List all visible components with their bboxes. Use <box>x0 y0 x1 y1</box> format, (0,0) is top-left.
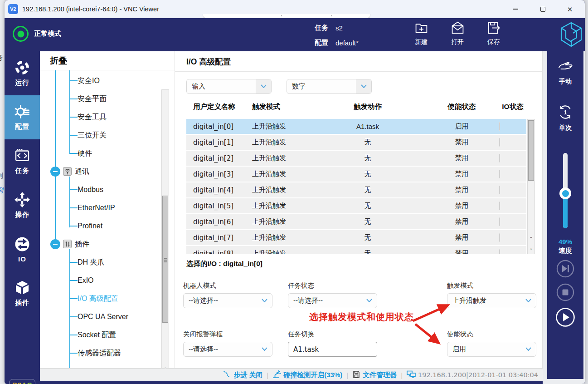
io-state-checkbox[interactable] <box>499 154 500 162</box>
selected-io-label: 选择的I/O : digital_in[0] <box>186 259 262 269</box>
table-row[interactable]: digital_in[2]上升沿触发无禁用 <box>186 151 526 166</box>
table-row[interactable]: digital_in[5]上升沿触发无禁用 <box>186 198 526 213</box>
tree-item-DH 夹爪[interactable]: DH 夹爪 <box>70 257 105 268</box>
form-group-close-alarm: 关闭报警弹框--请选择-- <box>183 330 272 357</box>
tree-scrollbar[interactable]: ⌃ ⌄ <box>161 89 169 368</box>
tree-node-通讯[interactable]: 通讯 <box>40 166 175 177</box>
tree-item-I/O 高级配置[interactable]: I/O 高级配置 <box>70 293 118 304</box>
collapse-icon[interactable] <box>50 239 60 249</box>
step-mode-status[interactable]: 步进 关闭 <box>223 370 262 380</box>
background-fragment: 务 <box>0 54 3 62</box>
io-state-checkbox[interactable] <box>499 138 500 147</box>
io-state-checkbox[interactable] <box>499 122 500 131</box>
column-header: 触发动作 <box>311 102 424 112</box>
topbar-new-file-button[interactable]: 新建 <box>406 20 437 46</box>
tree-item-Socket 配置[interactable]: Socket 配置 <box>70 330 116 340</box>
cell-trigger-action: A1.task <box>311 123 424 130</box>
tree-item-传感器适配器[interactable]: 传感器适配器 <box>70 348 121 359</box>
manual-mode-button[interactable]: 手动 <box>547 58 583 86</box>
sidenav-item-任务[interactable]: 任务 <box>5 139 40 183</box>
topbar-save-button[interactable]: 保存 <box>478 20 509 46</box>
table-row[interactable]: digital_in[8]上升沿触发无禁用 <box>186 246 526 254</box>
cell-name: digital_in[7] <box>186 234 252 242</box>
io-state-checkbox[interactable] <box>499 249 500 254</box>
table-scrollbar[interactable]: ⌃ ⌄ <box>527 119 535 254</box>
field-label: 触发模式 <box>447 281 536 290</box>
code-icon <box>14 148 30 164</box>
background-fragment: 例 <box>0 186 3 195</box>
cell-trigger-mode: 上升沿触发 <box>252 186 311 194</box>
topbar-open-button[interactable]: 打开 <box>442 20 473 46</box>
table-row[interactable]: digital_in[6]上升沿触发无禁用 <box>186 214 526 229</box>
speed-slider-thumb[interactable] <box>559 187 571 199</box>
tree-item-OPC UA Server[interactable]: OPC UA Server <box>70 311 128 322</box>
chevron-down-icon <box>256 79 271 94</box>
tree-collapse-header[interactable]: 折叠 <box>40 51 175 70</box>
action-label: 保存 <box>487 38 500 46</box>
cell-name: digital_in[4] <box>186 186 252 194</box>
tree-item-ExIO[interactable]: ExIO <box>70 275 94 286</box>
table-scroll-down-icon[interactable]: ⌄ <box>528 244 534 252</box>
cube-icon <box>14 280 30 296</box>
tree-item-Modbus[interactable]: Modbus <box>70 184 103 195</box>
tree-item-安全IO[interactable]: 安全IO <box>70 75 100 86</box>
sidenav-item-操作[interactable]: 操作 <box>5 183 40 227</box>
hand-icon <box>557 58 573 75</box>
sidenav-item-运行[interactable]: 运行 <box>5 51 40 95</box>
collapse-icon[interactable] <box>50 167 60 177</box>
chevron-down-icon <box>361 299 377 303</box>
tree-item-EtherNet/IP[interactable]: EtherNet/IP <box>70 202 115 213</box>
sidenav-item-label: 操作 <box>15 211 29 219</box>
step-forward-button[interactable] <box>556 260 574 278</box>
ip-and-time: 192.168.1.200|2012-01-01 03:40:04 <box>418 371 538 379</box>
enable-state-select[interactable]: 启用 <box>447 342 536 357</box>
tree-scroll-up-icon[interactable]: ⌃ <box>162 364 168 368</box>
sidenav-item-IO[interactable]: IO <box>5 227 40 271</box>
table-row[interactable]: digital_in[4]上升沿触发无禁用 <box>186 182 526 197</box>
tree-item-三位开关[interactable]: 三位开关 <box>70 130 107 141</box>
tree-item-安全平面[interactable]: 安全平面 <box>70 94 107 104</box>
io-type-select[interactable]: 数字 <box>287 79 372 94</box>
collision-detect-status[interactable]: 碰撞检测开启(33%) <box>272 370 342 380</box>
io-state-checkbox[interactable] <box>499 186 500 194</box>
io-direction-select[interactable]: 输入 <box>186 79 272 94</box>
cell-enable-state: 禁用 <box>424 249 499 254</box>
sidenav-item-插件[interactable]: 插件 <box>5 271 40 315</box>
minimize-button[interactable] <box>505 0 526 18</box>
tree-item-Profinet[interactable]: Profinet <box>70 221 102 231</box>
task-switch-input[interactable] <box>288 342 377 357</box>
table-row[interactable]: digital_in[3]上升沿触发无禁用 <box>186 167 526 182</box>
io-state-checkbox[interactable] <box>499 170 500 178</box>
cell-enable-state: 禁用 <box>424 170 499 178</box>
table-row[interactable]: digital_in[0]上升沿触发A1.task启用 <box>186 119 526 134</box>
table-scroll-up-icon[interactable]: ⌃ <box>528 234 534 243</box>
trigger-mode-select[interactable]: 上升沿触发 <box>447 293 536 308</box>
vnc-toolbar-notch[interactable] <box>203 14 370 18</box>
tree-item-安全工具[interactable]: 安全工具 <box>70 112 107 123</box>
robot-mode-select[interactable]: --请选择-- <box>183 293 272 308</box>
speed-slider[interactable] <box>563 153 568 228</box>
io-advanced-config-panel: I/O 高级配置 输入数字 用户定义名称触发模式触发动作使能状态IO状态 dig… <box>175 51 543 368</box>
tree-item-硬件[interactable]: 硬件 <box>70 148 92 159</box>
robot-mode-indicator: 正常模式 <box>13 26 61 42</box>
play-button[interactable] <box>555 307 575 327</box>
io-state-checkbox[interactable] <box>499 217 500 226</box>
stop-button[interactable] <box>556 283 574 301</box>
close-button[interactable]: ✕ <box>559 0 580 18</box>
task-state-select[interactable]: --请选择-- <box>288 293 377 308</box>
tree-node-插件[interactable]: 插件 <box>40 239 175 250</box>
connection-status: 192.168.1.200|2012-01-01 03:40:04 <box>407 370 538 379</box>
file-manager-button[interactable]: 文件管理器 <box>352 370 397 380</box>
table-row[interactable]: digital_in[1]上升沿触发无禁用 <box>186 135 526 150</box>
sidenav-item-配置[interactable]: 配置 <box>5 95 40 139</box>
table-row[interactable]: digital_in[7]上升沿触发无禁用 <box>186 230 526 245</box>
tree-scrollbar-thumb[interactable] <box>162 196 168 323</box>
brand-badge: D2AC <box>9 379 35 384</box>
maximize-button[interactable] <box>532 0 553 18</box>
close-alarm-select[interactable]: --请选择-- <box>183 342 272 357</box>
io-state-checkbox[interactable] <box>499 202 500 210</box>
io-state-checkbox[interactable] <box>499 233 500 242</box>
single-run-button[interactable]: 1 单次 <box>547 104 583 132</box>
cell-enable-state: 禁用 <box>424 154 499 162</box>
table-scrollbar-thumb[interactable] <box>528 120 534 181</box>
